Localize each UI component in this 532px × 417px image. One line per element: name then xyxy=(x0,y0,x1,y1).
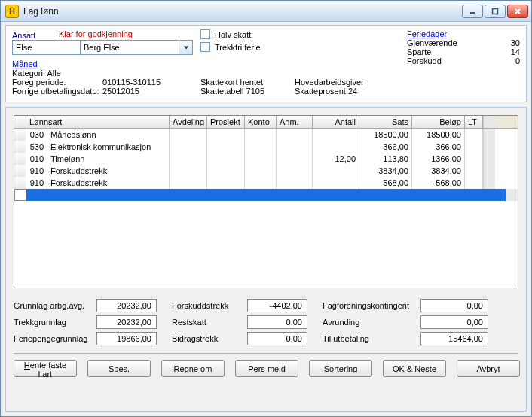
forskudd-feriedager-value: 0 xyxy=(515,56,520,65)
grid-header: Lønnsart Avdeling Prosjekt Konto Anm. An… xyxy=(14,116,518,129)
pers-meld-button[interactable]: Pers meld xyxy=(235,360,298,377)
table-row[interactable]: 910Forskuddstrekk-568,00-568,00 xyxy=(14,177,518,189)
col-avdeling[interactable]: Avdeling xyxy=(170,116,207,128)
app-icon: H xyxy=(5,5,19,18)
gjenvaerende-label: Gjenværende xyxy=(407,38,457,47)
feriedager-link[interactable]: Feriedager xyxy=(407,29,447,38)
spes-button[interactable]: Spes. xyxy=(87,360,151,377)
employee-combo[interactable]: Else Berg Else xyxy=(12,40,193,55)
minimize-button[interactable] xyxy=(462,5,483,18)
trekkgrunnlag-value: 20232,00 xyxy=(96,315,157,329)
halv-skatt-checkbox[interactable]: Halv skatt xyxy=(200,29,399,39)
col-konto[interactable]: Konto xyxy=(245,116,277,128)
bidrag-value: 0,00 xyxy=(247,332,307,345)
window-title: Lag lønn xyxy=(23,6,460,17)
feriepenge-label: Feriepengegrunnlag xyxy=(14,334,96,343)
forrige-utb-value: 25012015 xyxy=(102,87,139,96)
svg-rect-1 xyxy=(493,8,498,14)
tilutbetaling-value: 15464,00 xyxy=(420,332,488,345)
restskatt-value: 0,00 xyxy=(247,315,307,329)
button-bar: Hente faste l.art Spes. Regne om Pers me… xyxy=(14,360,518,377)
skattekort-hentet: Skattekort hentet xyxy=(200,78,264,87)
forskudd-label: Forskuddstrekk xyxy=(172,301,247,310)
grid-body[interactable]: 030Månedslønn18500,0018500,00530Elektron… xyxy=(14,129,518,288)
foreg-periode-label: Foreg periode: xyxy=(12,78,102,87)
table-row[interactable]: 530Elektronisk kommunikasjon366,00366,00 xyxy=(14,141,518,153)
foreg-periode-value: 010115-310115 xyxy=(102,78,161,87)
close-button[interactable] xyxy=(507,5,528,18)
avrunding-label: Avrunding xyxy=(323,318,420,327)
fagforening-value: 0,00 xyxy=(420,299,488,312)
gjenvaerende-value: 30 xyxy=(511,38,520,47)
ok-neste-button[interactable]: OK & Neste xyxy=(383,360,446,377)
col-belop[interactable]: Beløp xyxy=(412,116,465,128)
maximize-button[interactable] xyxy=(485,5,506,18)
sparte-label: Sparte xyxy=(407,47,431,56)
feriepenge-value: 19866,00 xyxy=(96,332,157,345)
employee-name[interactable]: Berg Else xyxy=(80,40,179,55)
grunnlag-label: Grunnlag arbg.avg. xyxy=(14,301,96,310)
sortering-button[interactable]: Sortering xyxy=(309,360,372,377)
salary-grid[interactable]: Lønnsart Avdeling Prosjekt Konto Anm. An… xyxy=(14,115,518,288)
trekkfri-ferie-checkbox[interactable]: Trekkfri ferie xyxy=(200,42,399,52)
window: H Lag lønn Ansatt Klar for godkjenning E… xyxy=(0,0,532,417)
titlebar: H Lag lønn xyxy=(1,1,531,22)
grid-new-row[interactable] xyxy=(14,189,518,201)
forrige-utb-label: Forrige utbetalingsdato: xyxy=(12,87,102,96)
main-panel: Lønnsart Avdeling Prosjekt Konto Anm. An… xyxy=(5,107,527,412)
skattetabell: Skattetabell 7105 xyxy=(200,87,264,96)
skatteprosent: Skatteprosent 24 xyxy=(295,87,364,96)
col-prosjekt[interactable]: Prosjekt xyxy=(207,116,245,128)
hovedarbeidsgiver: Hovedarbeidsgiver xyxy=(295,78,364,87)
separator xyxy=(14,353,518,354)
employee-code[interactable]: Else xyxy=(12,40,80,55)
kategori-text: Kategori: Alle xyxy=(12,68,61,78)
trekkfri-ferie-label: Trekkfri ferie xyxy=(215,43,261,52)
forskudd-feriedager-label: Forskudd xyxy=(407,56,442,65)
fagforening-label: Fagforeningskontingent xyxy=(323,301,420,310)
forskudd-value: -4402,00 xyxy=(247,299,307,312)
maned-link[interactable]: Måned xyxy=(12,59,38,68)
row-indicator-icon xyxy=(14,189,26,201)
avbryt-button[interactable]: Avbryt xyxy=(457,360,520,377)
regne-om-button[interactable]: Regne om xyxy=(161,360,225,377)
totals-panel: Grunnlag arbg.avg. 20232,00 Forskuddstre… xyxy=(14,299,518,345)
col-sats[interactable]: Sats xyxy=(359,116,412,128)
chevron-down-icon[interactable] xyxy=(179,40,193,55)
tilutbetaling-label: Til utbetaling xyxy=(323,334,420,343)
checkbox-icon[interactable] xyxy=(200,42,210,52)
avrunding-value: 0,00 xyxy=(420,315,488,329)
svg-marker-4 xyxy=(183,46,188,49)
col-lt[interactable]: LT xyxy=(465,116,483,128)
sparte-value: 14 xyxy=(511,47,520,56)
table-row[interactable]: 010Timelønn12,00113,801366,00 xyxy=(14,153,518,165)
table-row[interactable]: 030Månedslønn18500,0018500,00 xyxy=(14,129,518,141)
col-antall[interactable]: Antall xyxy=(313,116,359,128)
col-anm[interactable]: Anm. xyxy=(277,116,313,128)
header-panel: Ansatt Klar for godkjenning Else Berg El… xyxy=(5,25,527,102)
trekkgrunnlag-label: Trekkgrunnlag xyxy=(14,318,96,327)
col-lonnsart[interactable]: Lønnsart xyxy=(26,116,170,128)
table-row[interactable]: 910Forskuddstrekk-3834,00-3834,00 xyxy=(14,165,518,177)
hente-faste-lart-button[interactable]: Hente faste l.art xyxy=(14,360,77,377)
status-text: Klar for godkjenning xyxy=(59,29,133,38)
checkbox-icon[interactable] xyxy=(200,29,210,39)
bidrag-label: Bidragstrekk xyxy=(172,334,247,343)
halv-skatt-label: Halv skatt xyxy=(215,30,251,39)
grunnlag-value: 20232,00 xyxy=(96,299,157,312)
restskatt-label: Restskatt xyxy=(172,318,247,327)
